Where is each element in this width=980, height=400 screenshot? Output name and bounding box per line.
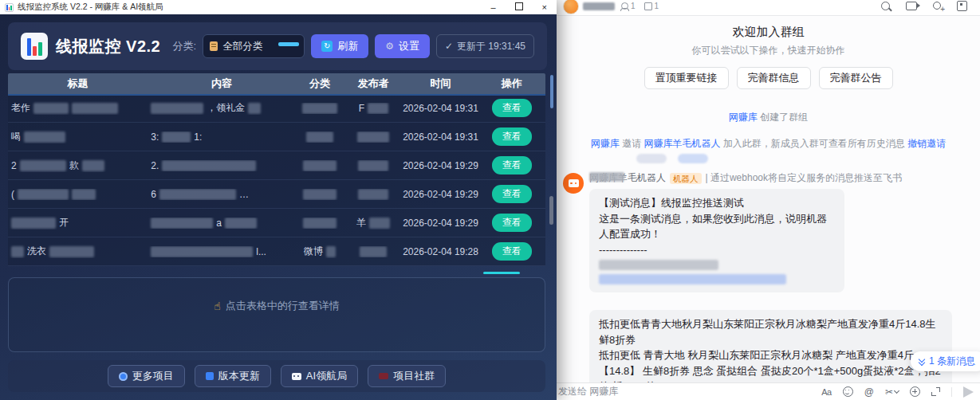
- table-row[interactable]: 开a羊2026-02-04 19:29查看: [8, 209, 545, 237]
- redacted-text: [11, 246, 24, 257]
- new-message-text: 1 条新消息: [929, 355, 975, 368]
- hint-text: 点击表格中的行查看详情: [226, 299, 340, 313]
- redacted-text: [159, 189, 236, 200]
- vertical-scrollbar-thumb[interactable]: [549, 196, 553, 225]
- expand-icon[interactable]: [931, 387, 940, 396]
- check-icon: ✓: [445, 41, 453, 52]
- detail-panel: ☝ 点击表格中的行查看详情: [8, 277, 545, 352]
- bubble-line: [599, 272, 835, 286]
- system-link[interactable]: 网赚库羊毛机器人: [644, 138, 721, 149]
- group-avatar[interactable]: [563, 0, 579, 14]
- bot-badge: 机器人: [670, 173, 702, 184]
- cell-text: 2026-02-04 19:31: [403, 131, 478, 143]
- view-button[interactable]: 查看: [492, 99, 532, 117]
- globe-icon: [119, 372, 128, 381]
- view-button[interactable]: 查看: [492, 127, 532, 146]
- cell-text: a: [216, 218, 222, 229]
- double-chevron-down-icon: [919, 359, 925, 365]
- system-message: 网赚库 创建了群组: [557, 111, 980, 124]
- footer-button-label: 项目社群: [393, 369, 435, 383]
- send-icon[interactable]: [963, 386, 974, 398]
- table-cell: 2026-02-04 19:29: [403, 218, 478, 229]
- system-link[interactable]: 撤销邀请: [907, 138, 946, 149]
- redacted-text: [369, 218, 390, 229]
- scissors-icon[interactable]: ✂: [885, 386, 899, 398]
- cell-text: 2026-02-04 19:29: [403, 218, 478, 229]
- cell-text: 款: [69, 159, 79, 172]
- footer-button-robot[interactable]: AI领航局: [281, 365, 358, 387]
- search-icon[interactable]: [881, 2, 890, 10]
- cell-text: 2026-02-04 19:28: [403, 246, 478, 257]
- cell-text: 3:: [151, 131, 159, 143]
- table-row[interactable]: 喝3:1:2026-02-04 19:31查看: [8, 123, 545, 151]
- redacted-text: [82, 160, 104, 171]
- cell-text: 2026-02-04 19:31: [403, 103, 478, 114]
- view-button[interactable]: 查看: [492, 156, 532, 175]
- sender-line: 网赚库羊毛机器人 机器人 | 通过webhook将自定义服务的消息推送至飞书: [589, 171, 902, 185]
- bubble-line: 【测试消息】线报监控推送测试: [599, 195, 835, 211]
- vertical-scrollbar-thumb[interactable]: [550, 75, 553, 108]
- table-cell: 查看: [478, 156, 545, 175]
- attach-plus-icon[interactable]: [910, 386, 920, 397]
- format-icon[interactable]: Aa: [821, 386, 831, 398]
- redacted-text: [72, 189, 96, 200]
- clipboard-icon: [210, 41, 218, 51]
- app-body: 线报监控 V2.2 分类: 全部分类 ↻ 刷新 ⚙ 设置: [0, 14, 557, 400]
- table-row[interactable]: 洗衣l...微博2026-02-04 19:28查看: [8, 237, 545, 266]
- table-row[interactable]: 老作，领礼金F2026-02-04 19:31查看: [8, 94, 545, 123]
- minimize-button[interactable]: –: [490, 2, 495, 13]
- view-button[interactable]: 查看: [492, 185, 532, 203]
- welcome-action-button[interactable]: 置顶重要链接: [644, 67, 729, 89]
- view-button[interactable]: 查看: [492, 214, 532, 232]
- app-icon: [5, 3, 14, 12]
- table-column-2: 内容: [148, 76, 295, 91]
- system-link[interactable]: 网赚库: [591, 138, 620, 149]
- table-cell: 3:1:: [148, 131, 295, 143]
- footer-toolbar: 更多项目版本更新AI领航局项目社群: [8, 360, 545, 392]
- table-cell: 查看: [478, 127, 545, 146]
- view-button[interactable]: 查看: [492, 242, 532, 261]
- refresh-button[interactable]: ↻ 刷新: [311, 34, 368, 58]
- cell-text: …: [239, 189, 249, 200]
- video-call-icon[interactable]: [906, 2, 917, 10]
- footer-button-update[interactable]: 版本更新: [195, 365, 271, 387]
- welcome-action-button[interactable]: 完善群公告: [819, 67, 893, 89]
- table-row[interactable]: 2款2.2026-02-04 19:29查看: [8, 151, 545, 180]
- table-cell: 2026-02-04 19:31: [403, 103, 478, 114]
- table-row[interactable]: (6…2026-02-04 19:29查看: [8, 180, 545, 209]
- welcome-action-button[interactable]: 完善群信息: [737, 67, 811, 89]
- bubble-text: --------------: [599, 242, 647, 258]
- mention-icon[interactable]: @: [864, 386, 874, 398]
- emoji-icon[interactable]: [843, 386, 853, 397]
- window-titlebar[interactable]: 线报监控系统 V2.2 - 网赚库 & AI领航局 –×: [0, 0, 557, 14]
- table-cell: 微博: [296, 245, 344, 258]
- cell-text: 羊: [356, 216, 366, 229]
- add-member-icon[interactable]: [933, 2, 941, 10]
- table-cell: ，领礼金: [148, 101, 295, 115]
- redacted-text: [599, 260, 718, 270]
- table-cell: 2026-02-04 19:29: [403, 189, 478, 200]
- settings-button[interactable]: ⚙ 设置: [375, 34, 430, 58]
- system-text: 邀请: [620, 138, 644, 149]
- redacted-text: [306, 131, 333, 143]
- redacted-text: [72, 103, 118, 114]
- maximize-button[interactable]: [515, 2, 523, 13]
- window-controls: –×: [490, 2, 552, 13]
- bubble-text: 【测试消息】线报监控推送测试: [599, 195, 744, 211]
- category-select[interactable]: 全部分类: [203, 34, 305, 58]
- redacted-text: [162, 160, 256, 171]
- robot-avatar[interactable]: [563, 173, 584, 194]
- footer-button-globe[interactable]: 更多项目: [108, 365, 185, 387]
- message-bubble: 抵扣更低青青大地秋月梨山东莱阳正宗秋月冰糖梨产地直发净重4斤14.8生鲜8折券抵…: [589, 310, 952, 382]
- horizontal-scrollbar-thumb[interactable]: [483, 272, 520, 274]
- category-label: 分类:: [173, 39, 197, 53]
- table-cell: [344, 131, 403, 143]
- message-input-bar[interactable]: 发送给 网赚库 Aa@✂: [557, 382, 980, 400]
- close-button[interactable]: ×: [542, 2, 547, 13]
- workspace-icon[interactable]: [957, 1, 967, 11]
- table-cell: 2026-02-04 19:31: [403, 131, 478, 143]
- new-message-pill[interactable]: 1 条新消息: [911, 351, 980, 371]
- app-logo-icon: [21, 33, 48, 60]
- system-link[interactable]: 网赚库: [729, 112, 758, 123]
- footer-button-community[interactable]: 项目社群: [368, 365, 446, 387]
